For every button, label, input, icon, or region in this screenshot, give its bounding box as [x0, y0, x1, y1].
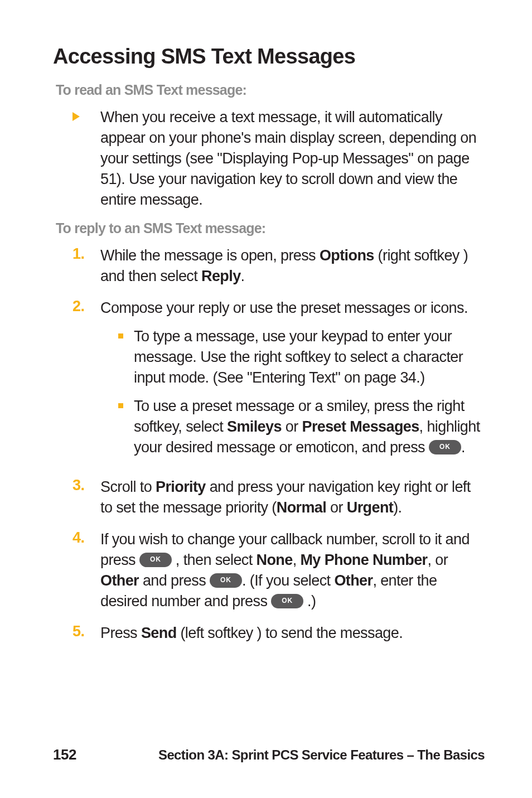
ok-key-icon: OK: [429, 440, 461, 454]
step-5-text: Press Send (left softkey ) to send the m…: [100, 623, 485, 644]
subhead-reply: To reply to an SMS Text message:: [56, 220, 485, 236]
step-number: 1.: [72, 245, 100, 287]
step-number: 5.: [72, 623, 100, 644]
ok-key-icon: OK: [139, 553, 172, 567]
page: Accessing SMS Text Messages To read an S…: [0, 0, 532, 798]
page-title: Accessing SMS Text Messages: [53, 45, 485, 69]
text: While the message is open, press: [100, 247, 320, 264]
triangle-icon: [72, 112, 80, 121]
label-options: Options: [320, 247, 374, 264]
read-bullet-row: When you receive a text message, it will…: [72, 107, 485, 210]
square-bullet-cell: [118, 326, 134, 388]
text: . (If you select: [242, 572, 334, 589]
text: , or: [427, 552, 448, 568]
step-number: 2.: [72, 298, 100, 466]
label-other-2: Other: [334, 572, 373, 589]
text: Press: [100, 625, 141, 641]
text: Compose your reply or use the preset mes…: [100, 299, 468, 316]
square-bullet-cell: [118, 396, 134, 458]
label-none: None: [257, 552, 293, 568]
step-2-sublist: To type a message, use your keypad to en…: [100, 326, 485, 458]
step-5: 5. Press Send (left softkey ) to send th…: [72, 623, 485, 644]
text: .: [461, 439, 465, 456]
text: .): [303, 593, 316, 610]
page-number: 152: [53, 746, 76, 763]
steps-list: 1. While the message is open, press Opti…: [53, 245, 485, 644]
label-priority: Priority: [156, 478, 206, 495]
subhead-read: To read an SMS Text message:: [56, 82, 485, 98]
step-4-text: If you wish to change your callback numb…: [100, 529, 485, 612]
step-2-sub-1: To type a message, use your keypad to en…: [118, 326, 485, 388]
step-3: 3. Scroll to Priority and press your nav…: [72, 477, 485, 518]
text: or: [326, 499, 347, 516]
page-footer: 152 Section 3A: Sprint PCS Service Featu…: [53, 746, 485, 763]
label-urgent: Urgent: [347, 499, 393, 516]
step-2: 2. Compose your reply or use the preset …: [72, 298, 485, 466]
text: To type a message, use your keypad to en…: [134, 326, 485, 388]
text: or: [282, 418, 302, 435]
label-normal: Normal: [277, 499, 326, 516]
read-bullet-text: When you receive a text message, it will…: [100, 107, 485, 210]
footer-section-title: Section 3A: Sprint PCS Service Features …: [158, 747, 485, 763]
label-smileys: Smileys: [227, 418, 282, 435]
text: .: [241, 268, 245, 284]
step-3-text: Scroll to Priority and press your naviga…: [100, 477, 485, 518]
step-1: 1. While the message is open, press Opti…: [72, 245, 485, 287]
step-1-text: While the message is open, press Options…: [100, 245, 485, 287]
label-my-phone-number: My Phone Number: [300, 552, 427, 568]
label-send: Send: [141, 625, 177, 641]
step-number: 4.: [72, 529, 100, 612]
ok-key-icon: OK: [271, 594, 303, 608]
text: , then select: [172, 552, 257, 568]
square-icon: [118, 403, 123, 408]
label-preset-messages: Preset Messages: [302, 418, 419, 435]
step-4: 4. If you wish to change your callback n…: [72, 529, 485, 612]
step-number: 3.: [72, 477, 100, 518]
step-2-text: Compose your reply or use the preset mes…: [100, 298, 485, 466]
label-other: Other: [100, 572, 139, 589]
text: ).: [393, 499, 402, 516]
text: Scroll to: [100, 478, 156, 495]
step-2-sub-2: To use a preset message or a smiley, pre…: [118, 396, 485, 458]
label-reply: Reply: [201, 268, 241, 284]
triangle-bullet-cell: [72, 107, 100, 210]
square-icon: [118, 333, 123, 338]
text: (left softkey ) to send the message.: [177, 625, 403, 641]
text: ,: [293, 552, 301, 568]
step-2-sub-2-text: To use a preset message or a smiley, pre…: [134, 396, 485, 458]
text: and press: [139, 572, 210, 589]
ok-key-icon: OK: [210, 573, 242, 588]
